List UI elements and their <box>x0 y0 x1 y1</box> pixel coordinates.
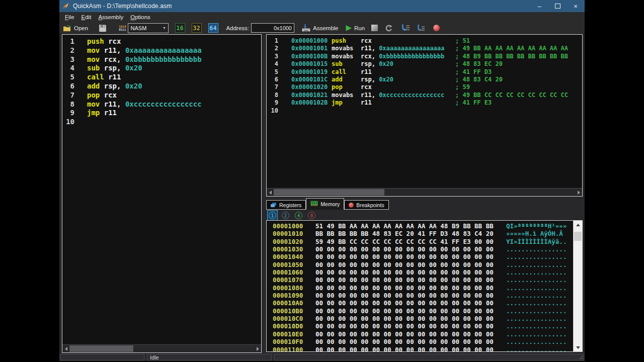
memory-hex-bytes: 00 00 00 00 00 00 00 00 00 00 00 00 00 0… <box>315 253 494 260</box>
disassembly-line: 80x00001021movabsr11, 0xcccccccccccccccc… <box>267 92 582 99</box>
memory-vscrollbar[interactable] <box>573 221 582 351</box>
code-token: rcx <box>361 83 372 90</box>
menubar: FileEditAssemblyOptions <box>59 12 585 22</box>
scroll-right-icon[interactable] <box>254 345 261 352</box>
disassembly-line: 60x0000101Caddrsp, 0x20; 48 83 C4 20 <box>267 76 582 83</box>
memory-ascii: ................ <box>506 315 567 322</box>
mnemonic: jmp <box>332 99 361 107</box>
disassembly-line: 10 <box>267 107 582 115</box>
open-button[interactable]: Open <box>61 22 90 34</box>
assembler-select[interactable]: NASM ▾ <box>128 23 169 33</box>
disassembly-view[interactable]: 10x00001000pushrcx; 5120x00001001movabsr… <box>266 34 583 197</box>
menu-file[interactable]: File <box>61 14 78 20</box>
code-token: 0xaaaaaaaaaaaaaaaa <box>125 46 202 55</box>
source-editor[interactable]: 1push rcx2mov r11, 0xaaaaaaaaaaaaaaaa3mo… <box>62 34 262 353</box>
memory-hex-bytes: 00 00 00 00 00 00 00 00 00 00 00 00 00 0… <box>315 315 494 322</box>
scroll-right-icon[interactable] <box>575 189 582 196</box>
memory-ascii: ................ <box>506 338 567 345</box>
line-number: 4 <box>62 64 74 73</box>
memory-ascii: YI»ÌÌÌÌÌÌÌÌAÿã.. <box>506 238 567 245</box>
menu-assembly[interactable]: Assembly <box>95 14 127 20</box>
tab-breakpoints[interactable]: Breakpoints <box>344 200 388 210</box>
memory-hex-bytes: 00 00 00 00 00 00 00 00 00 00 00 00 00 0… <box>315 338 494 345</box>
line-number: 9 <box>62 109 74 118</box>
minimize-button[interactable]: – <box>530 0 548 12</box>
close-button[interactable]: × <box>567 0 585 12</box>
open-folder-icon <box>63 25 71 32</box>
menu-options[interactable]: Options <box>127 14 154 20</box>
bitness-32-button[interactable]: 32 <box>192 23 202 33</box>
byte-group-1-button[interactable]: 1 <box>267 210 278 221</box>
operands: rsp, 0x20 <box>361 76 455 83</box>
binary-view-icon[interactable]: 1010 0111 <box>119 25 126 31</box>
tab-registers[interactable]: Registers <box>266 200 306 210</box>
chevron-down-icon: ▾ <box>161 26 168 30</box>
tab-memory[interactable]: Memory <box>306 198 344 210</box>
scroll-left-icon[interactable] <box>62 345 69 352</box>
memory-hex-bytes: 00 00 00 00 00 00 00 00 00 00 00 00 00 0… <box>315 261 494 268</box>
code-token: 0x20 <box>379 76 393 83</box>
code-token: rcx <box>100 91 117 100</box>
memory-address: 00001050 <box>273 261 303 268</box>
memory-ascii: »»»»»H.ì AÿÓH.Ä <box>506 230 567 237</box>
record-icon <box>433 25 440 31</box>
memory-row: 0000103000 00 00 00 00 00 00 00 00 00 00… <box>273 245 582 253</box>
source-hscrollbar[interactable] <box>62 344 261 352</box>
stop-button[interactable] <box>370 22 379 34</box>
line-number: 9 <box>267 99 278 107</box>
memory-row: 000010B000 00 00 00 00 00 00 00 00 00 00… <box>273 307 582 315</box>
memory-address: 000010F0 <box>273 338 303 345</box>
step-over-button[interactable] <box>414 22 427 34</box>
memory-row: 0000106000 00 00 00 00 00 00 00 00 00 00… <box>273 268 582 276</box>
address-input[interactable] <box>251 23 294 33</box>
line-number: 6 <box>267 76 278 83</box>
memory-ascii: ................ <box>506 299 567 307</box>
scrollbar-thumb[interactable] <box>69 345 133 352</box>
memory-address: 00001090 <box>273 292 303 299</box>
mnemonic: add <box>332 76 361 83</box>
scroll-up-icon[interactable] <box>574 221 582 229</box>
run-button[interactable]: ▶ Run <box>344 22 366 34</box>
restart-button[interactable] <box>383 22 394 34</box>
code-token: r11, <box>361 45 379 52</box>
bitness-64-button[interactable]: 64 <box>208 23 218 33</box>
code-token: r11 <box>100 109 117 118</box>
status-panel-1 <box>60 354 144 360</box>
save-button[interactable] <box>98 22 108 34</box>
restart-icon <box>384 24 393 32</box>
mnemonic: sub <box>332 60 361 68</box>
byte-comment: ; 59 <box>455 83 470 91</box>
code-token: mov <box>87 55 100 64</box>
menu-edit[interactable]: Edit <box>78 14 95 20</box>
byte-group-2-button[interactable]: 2 <box>280 210 291 221</box>
code-token: rsp, <box>361 76 379 83</box>
source-line: 4sub rsp, 0x20 <box>62 64 261 73</box>
memory-address: 00001070 <box>273 276 303 284</box>
resize-grip[interactable] <box>578 354 583 359</box>
memory-row: 0000102059 49 BB CC CC CC CC CC CC CC CC… <box>273 238 582 245</box>
scrollbar-thumb[interactable] <box>574 232 582 241</box>
scroll-down-icon[interactable] <box>574 343 582 351</box>
memory-view[interactable]: 0000100051 49 BB AA AA AA AA AA AA AA AA… <box>266 220 583 352</box>
memory-hex-bytes: 00 00 00 00 00 00 00 00 00 00 00 00 00 0… <box>315 284 494 292</box>
memory-hex-bytes: 00 00 00 00 00 00 00 00 00 00 00 00 00 0… <box>315 292 494 299</box>
line-number: 10 <box>62 118 74 127</box>
disassembly-hscrollbar[interactable] <box>267 188 582 196</box>
maximize-button[interactable] <box>548 0 567 12</box>
memory-row: 000010A000 00 00 00 00 00 00 00 00 00 00… <box>273 299 582 307</box>
disassembly-line: 20x00001001movabsr11, 0xaaaaaaaaaaaaaaaa… <box>267 45 582 52</box>
byte-group-4-button[interactable]: 4 <box>293 210 304 221</box>
bitness-16-button[interactable]: 16 <box>175 23 185 33</box>
status-panel-3 <box>274 354 584 360</box>
source-line: 6add rsp, 0x20 <box>62 82 261 91</box>
step-into-button[interactable] <box>399 22 412 34</box>
assemble-button[interactable]: Assemble <box>300 22 340 34</box>
scrollbar-thumb[interactable] <box>274 189 384 196</box>
scroll-left-icon[interactable] <box>267 189 274 196</box>
line-number: 2 <box>267 45 278 52</box>
memory-row: 000010E000 00 00 00 00 00 00 00 00 00 00… <box>273 330 582 338</box>
record-button[interactable] <box>432 22 441 34</box>
byte-group-8-button[interactable]: 8 <box>306 210 317 221</box>
mnemonic <box>332 107 361 115</box>
memory-address: 00001010 <box>273 230 303 237</box>
